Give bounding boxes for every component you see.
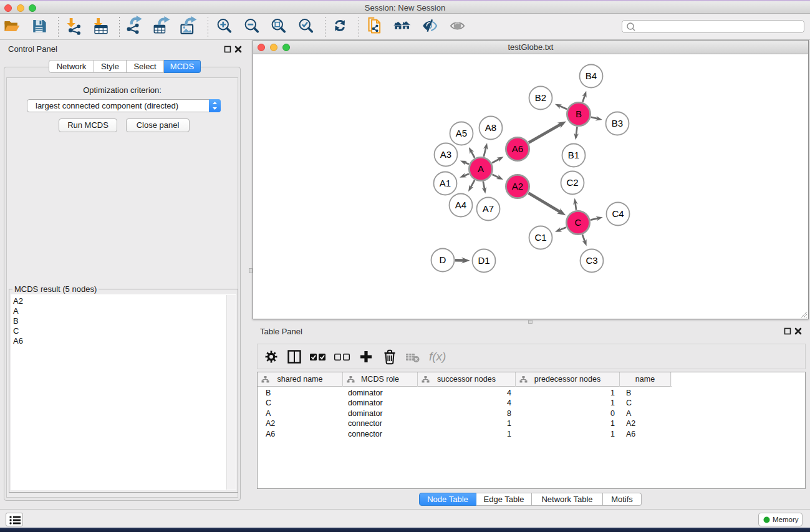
svg-text:C1: C1 — [534, 232, 546, 243]
svg-text:A7: A7 — [483, 203, 494, 214]
svg-text:A4: A4 — [455, 200, 466, 210]
svg-text:f(x): f(x) — [429, 350, 446, 363]
svg-text:B2: B2 — [535, 92, 546, 103]
svg-text:A8: A8 — [485, 122, 496, 133]
svg-text:A3: A3 — [440, 149, 451, 160]
svg-text:C: C — [575, 217, 582, 228]
svg-text:D1: D1 — [478, 255, 489, 266]
svg-text:B1: B1 — [568, 150, 579, 160]
svg-text:C4: C4 — [612, 208, 624, 219]
svg-text:A5: A5 — [456, 128, 467, 138]
svg-text:C3: C3 — [586, 255, 597, 266]
svg-text:A: A — [478, 163, 484, 174]
svg-text:D: D — [440, 254, 446, 265]
svg-text:A2: A2 — [512, 181, 523, 191]
svg-text:B4: B4 — [586, 70, 597, 81]
svg-text:B: B — [576, 109, 582, 119]
svg-text:C2: C2 — [566, 177, 578, 188]
svg-text:A6: A6 — [512, 143, 523, 154]
svg-text:A1: A1 — [440, 178, 451, 188]
svg-text:B3: B3 — [612, 118, 623, 128]
